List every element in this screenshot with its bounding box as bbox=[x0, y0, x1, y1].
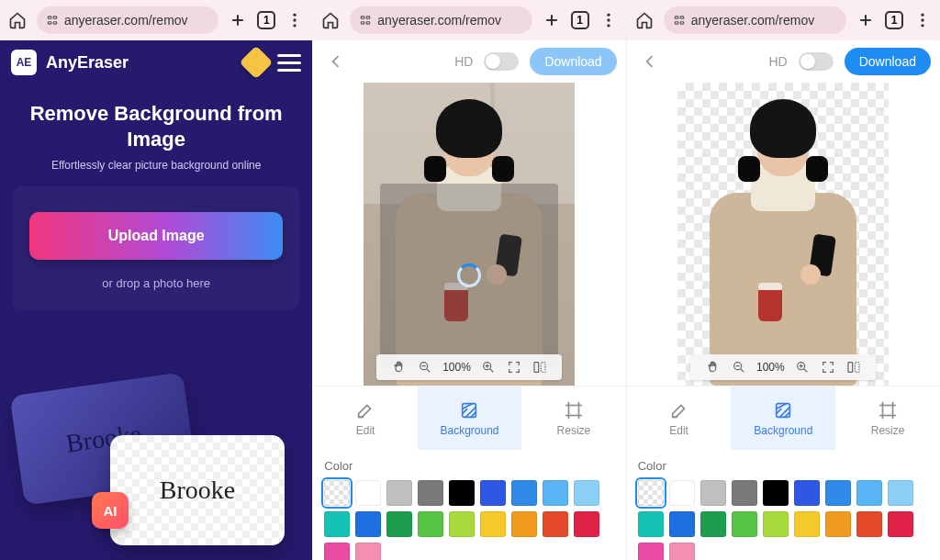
tab-count[interactable]: 1 bbox=[885, 11, 903, 29]
download-button[interactable]: Download bbox=[845, 48, 931, 75]
svg-rect-10 bbox=[366, 22, 370, 24]
new-tab-icon[interactable] bbox=[856, 10, 876, 30]
svg-rect-3 bbox=[53, 22, 57, 24]
color-swatch[interactable] bbox=[825, 511, 851, 537]
color-swatch[interactable] bbox=[418, 480, 443, 506]
hamburger-menu-icon[interactable] bbox=[277, 54, 301, 72]
compare-icon[interactable] bbox=[845, 359, 862, 375]
url-bar[interactable]: anyeraser.com/remov bbox=[37, 6, 218, 34]
headphone-right-icon bbox=[806, 156, 828, 182]
color-swatch[interactable] bbox=[669, 480, 695, 506]
color-swatch[interactable] bbox=[511, 511, 537, 537]
color-swatch[interactable] bbox=[638, 480, 664, 506]
color-swatch[interactable] bbox=[543, 511, 568, 537]
upload-button[interactable]: Upload Image bbox=[29, 212, 283, 260]
tool-resize[interactable]: Resize bbox=[521, 386, 625, 450]
color-swatch[interactable] bbox=[355, 480, 381, 506]
color-swatch[interactable] bbox=[669, 511, 695, 537]
color-swatch[interactable] bbox=[449, 480, 475, 506]
canvas[interactable]: 100% bbox=[364, 83, 575, 386]
url-bar[interactable]: anyeraser.com/remov bbox=[350, 6, 532, 34]
fullscreen-icon[interactable] bbox=[820, 359, 836, 375]
svg-rect-29 bbox=[848, 363, 853, 373]
color-swatches bbox=[638, 480, 929, 560]
color-swatch[interactable] bbox=[888, 511, 913, 537]
color-swatch[interactable] bbox=[763, 511, 789, 537]
drop-hint: or drop a photo here bbox=[29, 276, 283, 290]
color-swatch[interactable] bbox=[638, 511, 664, 537]
tab-count[interactable]: 1 bbox=[571, 11, 589, 29]
color-swatch[interactable] bbox=[386, 511, 412, 537]
color-swatch[interactable] bbox=[511, 480, 537, 506]
image-toolbar: 100% bbox=[690, 354, 876, 380]
compare-icon[interactable] bbox=[532, 359, 548, 375]
color-swatch[interactable] bbox=[669, 543, 695, 560]
pan-icon[interactable] bbox=[391, 359, 408, 375]
color-swatch[interactable] bbox=[794, 480, 820, 506]
back-button[interactable] bbox=[636, 48, 664, 75]
editor-topbar: HD Download bbox=[627, 40, 940, 83]
color-swatch[interactable] bbox=[543, 480, 568, 506]
color-swatch[interactable] bbox=[888, 480, 913, 506]
zoom-out-icon[interactable] bbox=[731, 359, 747, 375]
hd-toggle[interactable] bbox=[799, 52, 834, 71]
color-swatch[interactable] bbox=[574, 480, 599, 506]
color-swatch[interactable] bbox=[386, 480, 412, 506]
home-icon[interactable] bbox=[7, 10, 28, 30]
color-swatch[interactable] bbox=[825, 480, 851, 506]
color-swatch[interactable] bbox=[355, 511, 381, 537]
tool-background[interactable]: Background bbox=[731, 386, 835, 450]
new-tab-icon[interactable] bbox=[228, 10, 248, 30]
back-button[interactable] bbox=[322, 48, 350, 75]
color-swatch[interactable] bbox=[856, 511, 882, 537]
color-swatch[interactable] bbox=[638, 543, 664, 560]
color-swatch[interactable] bbox=[324, 511, 350, 537]
color-swatch[interactable] bbox=[449, 511, 475, 537]
color-swatch[interactable] bbox=[700, 511, 726, 537]
pan-icon[interactable] bbox=[705, 359, 722, 375]
overflow-menu-icon[interactable] bbox=[599, 10, 619, 30]
upload-box[interactable]: Upload Image or drop a photo here bbox=[13, 186, 299, 310]
home-icon[interactable] bbox=[320, 10, 341, 30]
overflow-menu-icon[interactable] bbox=[912, 10, 933, 30]
url-bar[interactable]: anyeraser.com/remov bbox=[664, 6, 846, 34]
tool-edit[interactable]: Edit bbox=[627, 386, 732, 450]
color-swatch[interactable] bbox=[355, 543, 381, 560]
tool-resize[interactable]: Resize bbox=[835, 386, 940, 450]
zoom-in-icon[interactable] bbox=[480, 359, 497, 375]
tool-edit-label: Edit bbox=[669, 424, 688, 437]
premium-badge-icon[interactable] bbox=[240, 46, 274, 80]
hd-toggle[interactable] bbox=[484, 52, 519, 71]
edit-icon bbox=[355, 400, 375, 420]
tab-count[interactable]: 1 bbox=[257, 11, 275, 29]
canvas[interactable]: 100% bbox=[677, 83, 889, 386]
tool-background[interactable]: Background bbox=[418, 386, 521, 450]
color-swatch[interactable] bbox=[856, 480, 882, 506]
color-swatch[interactable] bbox=[324, 543, 350, 560]
color-swatch[interactable] bbox=[418, 511, 443, 537]
home-icon[interactable] bbox=[634, 10, 655, 30]
color-swatch[interactable] bbox=[700, 480, 726, 506]
color-swatch[interactable] bbox=[794, 511, 820, 537]
color-swatch[interactable] bbox=[480, 511, 506, 537]
color-swatch[interactable] bbox=[732, 511, 757, 537]
color-heading: Color bbox=[324, 459, 614, 473]
fullscreen-icon[interactable] bbox=[506, 359, 522, 375]
image-toolbar: 100% bbox=[376, 354, 562, 380]
color-swatch[interactable] bbox=[574, 511, 599, 537]
background-icon bbox=[459, 400, 479, 420]
color-swatch[interactable] bbox=[763, 480, 789, 506]
tool-edit[interactable]: Edit bbox=[313, 386, 417, 450]
zoom-out-icon[interactable] bbox=[417, 359, 433, 375]
new-tab-icon[interactable] bbox=[542, 10, 562, 30]
overflow-menu-icon[interactable] bbox=[285, 10, 305, 30]
color-swatch[interactable] bbox=[324, 480, 350, 506]
svg-point-6 bbox=[294, 24, 297, 27]
download-button[interactable]: Download bbox=[530, 48, 616, 75]
zoom-in-icon[interactable] bbox=[794, 359, 811, 375]
sample-card-stack: Brooke Brooke AI bbox=[0, 376, 312, 560]
color-swatch[interactable] bbox=[732, 480, 757, 506]
svg-point-26 bbox=[921, 24, 923, 27]
editor: HD Download bbox=[313, 40, 625, 560]
color-swatch[interactable] bbox=[480, 480, 506, 506]
